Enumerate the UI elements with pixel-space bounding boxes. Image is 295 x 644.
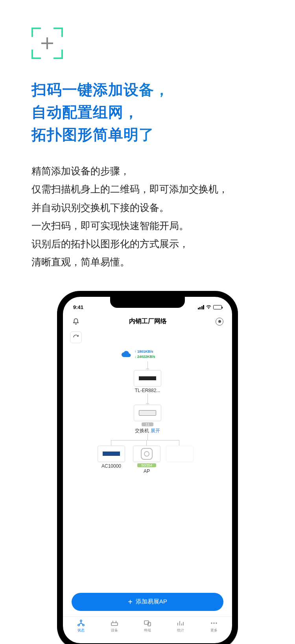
svg-point-7 [213, 622, 215, 624]
router-device[interactable] [134, 370, 161, 387]
phone-notch [110, 297, 185, 308]
para-line-2: 仅需扫描机身上的二维码，即可添加交换机， [31, 183, 228, 194]
para-line-3: 并自动识别交换机下接的设备。 [31, 202, 169, 213]
para-line-5: 识别后的拓扑以图形化的方式展示， [31, 238, 189, 249]
topology-line [148, 434, 148, 440]
upload-arrow-icon: ↑ [135, 350, 136, 353]
qr-scan-icon [31, 28, 63, 59]
router-label: TL-ER882... [135, 388, 160, 393]
topology-icon [77, 619, 85, 627]
tab-more[interactable]: 更多 [197, 619, 230, 636]
phone-mockup: 9:41 内销工厂网络 [57, 291, 238, 644]
topology-line [111, 440, 146, 440]
plus-icon: + [128, 598, 133, 606]
ap-device[interactable] [133, 446, 160, 462]
download-speed: 24022KB/s [137, 355, 155, 359]
tab-terminal[interactable]: 终端 [131, 619, 164, 636]
tab-status-label: 状态 [77, 628, 85, 633]
ac-device[interactable] [98, 446, 125, 462]
para-line-1: 精简添加设备的步骤， [31, 165, 130, 176]
tab-stats-label: 统计 [177, 628, 184, 633]
headline-line-3: 拓扑图形简单明了 [31, 126, 154, 143]
cloud-icon [121, 349, 131, 360]
switch-device[interactable] [134, 405, 161, 421]
para-line-6: 清晰直观，简单易懂。 [31, 256, 130, 267]
switch-label: 交换机 [135, 428, 149, 433]
headline-line-2: 自动配置组网， [31, 104, 139, 120]
ap-count-badge: 50/354 [137, 463, 156, 467]
ac-label: AC10000 [101, 463, 121, 469]
tab-more-label: 更多 [210, 628, 218, 633]
tab-stats[interactable]: 统计 [164, 619, 197, 636]
tab-status[interactable]: 状态 [65, 619, 98, 636]
para-line-4: 一次扫码，即可实现快速智能开局。 [31, 220, 189, 231]
topology-line [146, 440, 179, 440]
feature-headline: 扫码一键添加设备， 自动配置组网， 拓扑图形简单明了 [31, 79, 264, 146]
svg-point-0 [80, 620, 82, 622]
topology-line [111, 440, 111, 446]
bottom-tab-bar: 状态 设备 终端 [63, 616, 232, 643]
locate-button[interactable] [216, 318, 223, 326]
switch-count-badge: 11 [142, 422, 153, 426]
ap-label: AP [144, 468, 150, 474]
feature-description: 精简添加设备的步骤， 仅需扫描机身上的二维码，即可添加交换机， 并自动识别交换机… [31, 162, 264, 271]
add-ap-button[interactable]: + 添加易展AP [72, 593, 223, 611]
tab-terminal-label: 终端 [144, 628, 151, 633]
add-ap-label: 添加易展AP [136, 598, 167, 605]
wifi-icon [206, 304, 212, 310]
app-header: 内销工厂网络 [63, 313, 232, 329]
topology-line [146, 440, 147, 446]
svg-point-8 [216, 622, 217, 624]
topology-line [179, 440, 179, 446]
tab-device-label: 设备 [111, 628, 118, 633]
topology-canvas[interactable]: ↑ 1801KB/s ↓ 24022KB/s TL-ER882... [63, 343, 232, 593]
tab-device[interactable]: 设备 [98, 619, 131, 636]
upload-speed: 1801KB/s [137, 350, 153, 353]
signal-icon [198, 305, 205, 309]
status-time: 9:41 [73, 304, 83, 310]
network-title[interactable]: 内销工厂网络 [129, 317, 167, 326]
battery-icon [213, 305, 222, 309]
more-icon [210, 619, 218, 627]
svg-point-6 [211, 622, 212, 624]
cloud-speed-indicator: ↑ 1801KB/s ↓ 24022KB/s [121, 349, 155, 360]
notifications-button[interactable] [72, 317, 80, 326]
switch-expand-button[interactable]: 展开 [151, 428, 160, 433]
chart-icon [177, 619, 184, 627]
refresh-button[interactable] [70, 331, 82, 343]
router-tab-icon [111, 619, 118, 627]
devices-icon [144, 619, 151, 627]
svg-rect-3 [111, 623, 118, 625]
device-placeholder [166, 446, 194, 462]
headline-line-1: 扫码一键添加设备， [31, 81, 170, 98]
download-arrow-icon: ↓ [135, 355, 136, 359]
